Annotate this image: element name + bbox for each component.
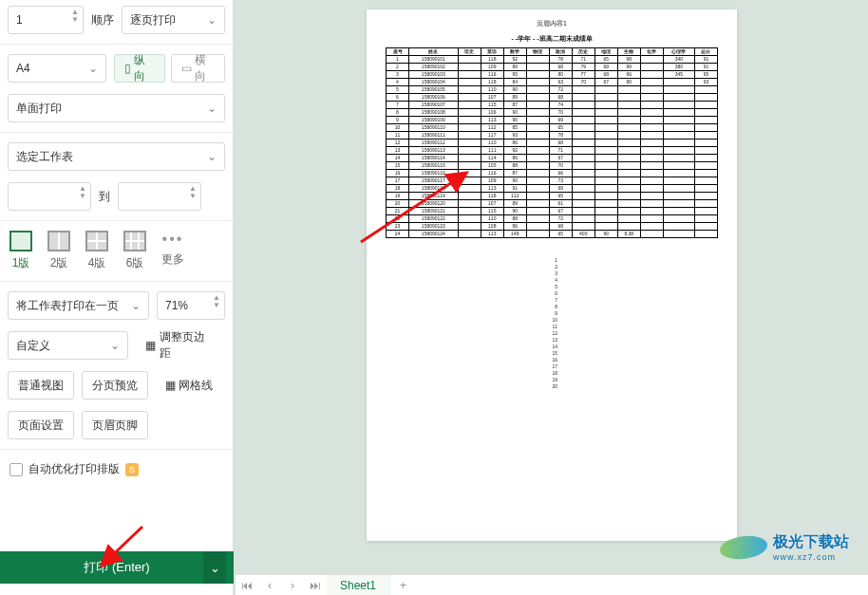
watermark-sub: www.xz7.com [773,552,849,562]
layout-4-label: 4版 [88,255,106,271]
gridlines-toggle[interactable]: ▦ 网格线 [156,371,222,400]
pages-per-sheet: 1版 2版 4版 6版 ••• 更多 [0,225,233,277]
scale-input[interactable]: 71% ▲▼ [157,291,225,320]
range-to-label: 到 [99,189,110,205]
layout-more[interactable]: ••• 更多 [161,231,184,268]
header-footer-label: 页眉页脚 [92,418,138,434]
prev-sheet-button[interactable]: ‹ [258,579,281,592]
orientation-segment: ▯ 纵向 ▭ 横向 [114,54,225,83]
chevron-down-icon: ⌄ [207,150,217,163]
fit-select[interactable]: 将工作表打印在一页 ⌄ [8,291,149,320]
watermark-logo-icon [720,527,767,567]
scope-value: 选定工作表 [16,149,73,165]
svg-line-1 [103,527,142,565]
duplex-select[interactable]: 单面打印 ⌄ [8,94,225,122]
layout-more-label: 更多 [161,251,184,268]
portrait-button[interactable]: ▯ 纵向 [114,54,165,83]
page-header: 页眉内容1 [367,9,737,28]
next-sheet-button[interactable]: › [281,579,304,592]
adjust-margins-button[interactable]: ▦ 调整页边距 [136,331,225,360]
checkbox-icon[interactable] [9,463,23,476]
layout-6-icon [123,231,146,251]
add-sheet-button[interactable]: + [390,579,416,592]
layout-6-label: 6版 [126,255,144,271]
pagebreak-view-button[interactable]: 分页预览 [82,371,148,400]
auto-optimize-row[interactable]: 自动优化打印排版 S [0,454,233,485]
page-setup-label: 页面设置 [18,418,64,434]
margins-label: 调整页边距 [160,329,216,362]
spinner-icon[interactable]: ▲▼ [79,185,86,200]
margins-icon: ▦ [145,339,156,352]
preview-table: 座号姓名语文英语数学物理政治历史地理生物化学心理学总分 115809010111… [386,47,718,238]
watermark-text: 极光下载站 [773,532,849,552]
page-setup-button[interactable]: 页面设置 [8,411,74,439]
annotation-arrow-2 [95,522,152,574]
landscape-label: 横向 [195,52,215,84]
chevron-down-icon: ⌄ [110,339,120,352]
portrait-icon: ▯ [124,62,131,75]
more-icon: ••• [162,231,184,248]
pagebreak-view-label: 分页预览 [92,378,138,394]
sheet-nav: ⏮ ‹ › ⏭ [236,579,327,592]
scope-select[interactable]: 选定工作表 ⌄ [8,142,225,171]
layout-4-icon [85,231,108,251]
print-preview: 页眉内容1 - -学年 - -班高二期末成绩单 座号姓名语文英语数学物理政治历史… [236,0,868,574]
print-sidebar: 1 ▲▼ 顺序 逐页打印 ⌄ A4 ⌄ ▯ 纵向 ▭ 横向 单面打印 ⌄ [0,0,234,595]
scale-value: 71% [165,299,188,312]
spinner-icon[interactable]: ▲▼ [71,9,79,24]
layout-1up[interactable]: 1版 [9,231,32,271]
sheet-tab-bar: ⏮ ‹ › ⏭ Sheet1 + [236,574,868,595]
landscape-button[interactable]: ▭ 横向 [171,54,225,83]
watermark: 极光下载站 www.xz7.com [720,527,862,567]
premium-icon: S [125,463,139,476]
chevron-down-icon: ⌄ [207,13,217,27]
first-sheet-button[interactable]: ⏮ [236,579,258,592]
last-sheet-button[interactable]: ⏭ [304,579,327,592]
spinner-icon[interactable]: ▲▼ [189,185,197,200]
landscape-icon: ▭ [181,62,192,75]
preview-page: 页眉内容1 - -学年 - -班高二期末成绩单 座号姓名语文英语数学物理政治历史… [367,9,737,541]
custom-select[interactable]: 自定义 ⌄ [8,331,128,360]
page-to-input[interactable]: ▲▼ [118,182,201,211]
chevron-down-icon: ⌄ [210,561,220,575]
paper-size-select[interactable]: A4 ⌄ [8,54,106,83]
page-from-input[interactable]: ▲▼ [8,182,91,211]
normal-view-button[interactable]: 普通视图 [8,371,74,400]
duplex-value: 单面打印 [16,101,62,117]
grid-icon: ▦ [165,379,176,392]
chevron-down-icon: ⌄ [131,299,141,312]
layout-4up[interactable]: 4版 [85,231,108,271]
portrait-label: 纵向 [134,52,154,84]
number-column: 1234567891011121314151617181920 [546,257,557,390]
spinner-icon[interactable]: ▲▼ [213,294,220,309]
gridlines-label: 网格线 [179,378,213,394]
collate-value: 逐页打印 [130,12,176,28]
print-dropdown[interactable]: ⌄ [203,551,226,584]
layout-1-label: 1版 [12,255,30,271]
copies-value: 1 [16,13,23,27]
copies-input[interactable]: 1 ▲▼ [8,6,84,34]
layout-2-icon [47,231,70,251]
layout-6up[interactable]: 6版 [123,231,146,271]
fit-value: 将工作表打印在一页 [16,298,119,314]
layout-2-label: 2版 [50,255,68,271]
paper-size-value: A4 [16,62,30,75]
layout-1-icon [9,231,32,251]
page-title: - -学年 - -班高二期末成绩单 [367,28,737,44]
order-label: 顺序 [91,12,114,28]
layout-2up[interactable]: 2版 [47,231,70,271]
chevron-down-icon: ⌄ [88,62,98,75]
header-footer-button[interactable]: 页眉页脚 [82,411,148,439]
auto-optimize-label: 自动优化打印排版 [28,461,120,477]
chevron-down-icon: ⌄ [207,102,217,115]
tab-sheet1[interactable]: Sheet1 [327,575,390,596]
collate-select[interactable]: 逐页打印 ⌄ [122,6,225,34]
custom-value: 自定义 [16,338,50,354]
normal-view-label: 普通视图 [18,378,64,394]
